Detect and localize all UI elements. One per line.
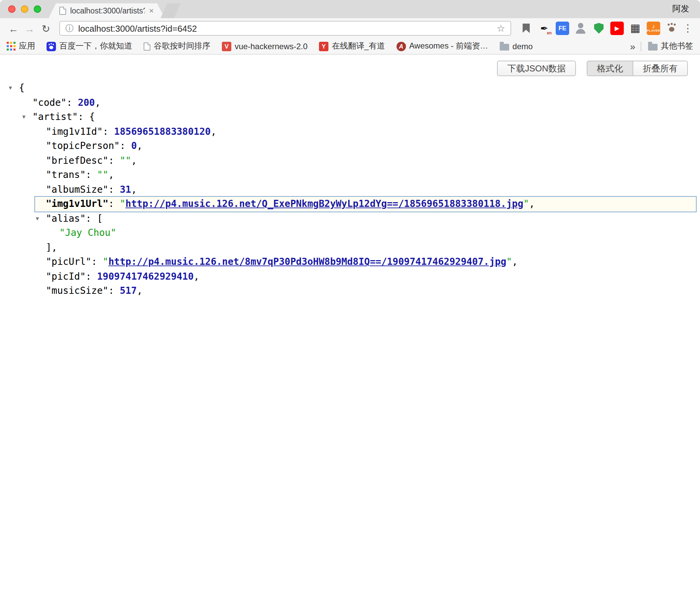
- tab-close-icon[interactable]: ×: [149, 7, 154, 15]
- json-line: "img1v1Url": "http://p4.music.126.net/Q_…: [35, 197, 696, 211]
- bookmark-item[interactable]: Y在线翻译_有道: [319, 40, 385, 52]
- address-bar[interactable]: ⓘ localhost:3000/artists?id=6452 ☆: [59, 21, 511, 36]
- json-token: :: [91, 256, 103, 267]
- youtube-extension-icon[interactable]: ▶: [610, 22, 624, 35]
- flag-extension-icon[interactable]: [519, 22, 533, 35]
- json-token: 19097417462929410: [97, 271, 194, 281]
- json-token: :: [108, 198, 120, 209]
- json-line: "Jay Chou": [0, 226, 700, 240]
- bookmark-item[interactable]: demo: [500, 41, 533, 51]
- bookmark-item[interactable]: Vvue-hackernews-2.0: [222, 41, 308, 51]
- back-button[interactable]: ←: [5, 23, 22, 33]
- collapse-toggle-icon[interactable]: ▼: [36, 211, 39, 226]
- json-line: "albumSize": 31,: [0, 182, 700, 197]
- json-token: :: [66, 97, 78, 107]
- json-key: "alias": [46, 213, 86, 223]
- json-token: :: [108, 184, 120, 194]
- window-zoom-button[interactable]: [34, 5, 41, 13]
- translate-extension-icon[interactable]: ✒en: [537, 22, 551, 35]
- format-button[interactable]: 格式化: [587, 61, 633, 76]
- other-bookmarks-label: 其他书签: [661, 40, 693, 52]
- json-token: ": [103, 256, 109, 267]
- v-badge-icon: V: [222, 41, 231, 51]
- collapse-toggle-icon[interactable]: ▼: [9, 81, 12, 95]
- bookmarks-overflow-icon[interactable]: »: [624, 41, 641, 52]
- y-badge-icon: Y: [319, 41, 328, 51]
- collapse-toggle-icon[interactable]: ▼: [22, 110, 26, 124]
- bookmarks-bar: 应用百度一下，你就知道谷歌按时间排序Vvue-hackernews-2.0Y在线…: [0, 38, 700, 55]
- window-close-button[interactable]: [8, 5, 16, 13]
- folder-icon: [500, 44, 509, 51]
- json-key: "picId": [46, 271, 86, 281]
- json-token: 517: [120, 285, 137, 296]
- url-text[interactable]: localhost:3000/artists?id=6452: [78, 23, 492, 33]
- json-token: ": [506, 256, 512, 267]
- window-minimize-button[interactable]: [21, 5, 28, 13]
- json-token: ,: [194, 271, 199, 281]
- browser-tab[interactable]: localhost:3000/artists?id=645 ×: [49, 3, 165, 18]
- json-token: 31: [120, 184, 131, 194]
- shield-extension-icon[interactable]: [592, 22, 606, 35]
- json-url-link[interactable]: http://p4.music.126.net/Q_ExePNkmgB2yWyL…: [125, 198, 523, 209]
- json-token: ,: [512, 256, 518, 267]
- json-key: "code": [32, 97, 66, 107]
- json-url-link[interactable]: http://p4.music.126.net/8mv7qP30Pd3oHW8b…: [108, 256, 506, 267]
- json-key: "artist": [32, 111, 78, 122]
- json-token: 200: [78, 97, 95, 107]
- json-token: :: [78, 111, 89, 122]
- profile-extension-icon[interactable]: [574, 22, 587, 35]
- bookmark-items: 应用百度一下，你就知道谷歌按时间排序Vvue-hackernews-2.0Y在线…: [7, 40, 533, 52]
- json-key: "topicPerson": [46, 140, 120, 151]
- json-line: "trans": "",: [0, 168, 700, 182]
- player-extension-icon[interactable]: ♪PLAYER: [647, 22, 660, 35]
- json-line: "briefDesc": "",: [0, 153, 700, 168]
- bookmark-label: 百度一下，你就知道: [59, 40, 132, 52]
- json-token: ": [120, 198, 125, 209]
- folder-icon: [648, 44, 658, 51]
- json-key: "img1v1Url": [46, 198, 108, 209]
- json-key: "picUrl": [46, 256, 91, 267]
- json-key: "musicSize": [46, 285, 108, 296]
- reload-button[interactable]: ↻: [38, 23, 54, 33]
- a-badge-icon: A: [397, 41, 406, 51]
- json-token: :: [108, 155, 120, 165]
- bookmarks-separator: [641, 41, 641, 51]
- extension-icons: ✒enFE▶▦♪PLAYER: [519, 22, 678, 35]
- json-toolbar: 下载JSON数据 格式化 折叠所有: [0, 55, 700, 76]
- json-token: ,: [108, 169, 114, 180]
- json-token: :: [103, 126, 114, 136]
- bookmark-item[interactable]: 应用: [7, 40, 35, 52]
- json-token: :: [86, 271, 97, 281]
- bookmark-label: vue-hackernews-2.0: [235, 41, 308, 51]
- bookmark-label: Awesomes - 前端资…: [409, 40, 488, 52]
- profile-name[interactable]: 阿发: [672, 3, 689, 15]
- json-key: "trans": [46, 169, 86, 180]
- tab-favicon-icon: [59, 7, 66, 15]
- fehelper-extension-icon[interactable]: FE: [556, 22, 569, 35]
- forward-button[interactable]: →: [22, 23, 38, 33]
- json-token: "": [120, 155, 131, 165]
- site-info-icon[interactable]: ⓘ: [65, 23, 74, 34]
- json-token: 18569651883380120: [114, 126, 211, 136]
- collapse-all-button[interactable]: 折叠所有: [633, 61, 688, 76]
- window-controls: [8, 5, 41, 13]
- browser-window: localhost:3000/artists?id=645 × 阿发 ← → ↻…: [0, 0, 700, 296]
- new-tab-button[interactable]: [161, 3, 181, 18]
- qrcode-extension-icon[interactable]: ▦: [629, 22, 642, 35]
- bookmark-item[interactable]: 谷歌按时间排序: [144, 40, 210, 52]
- json-tree: ▼{"code": 200,▼"artist": {"img1v1Id": 18…: [0, 81, 700, 296]
- download-json-button[interactable]: 下载JSON数据: [497, 61, 576, 76]
- json-token: ,: [95, 97, 100, 107]
- bookmark-item[interactable]: AAwesomes - 前端资…: [397, 40, 488, 52]
- json-token: [: [97, 213, 103, 223]
- bookmark-star-icon[interactable]: ☆: [497, 23, 505, 34]
- json-line: ],: [0, 240, 700, 255]
- paw-extension-icon[interactable]: [665, 22, 678, 35]
- other-bookmarks-folder[interactable]: 其他书签: [648, 40, 693, 52]
- json-line: ▼"alias": [: [0, 211, 700, 226]
- json-token: ],: [46, 242, 57, 252]
- browser-menu-icon[interactable]: ⋮: [681, 22, 695, 34]
- json-token: ,: [131, 155, 137, 165]
- bookmark-label: 在线翻译_有道: [332, 40, 385, 52]
- bookmark-item[interactable]: 百度一下，你就知道: [47, 40, 132, 52]
